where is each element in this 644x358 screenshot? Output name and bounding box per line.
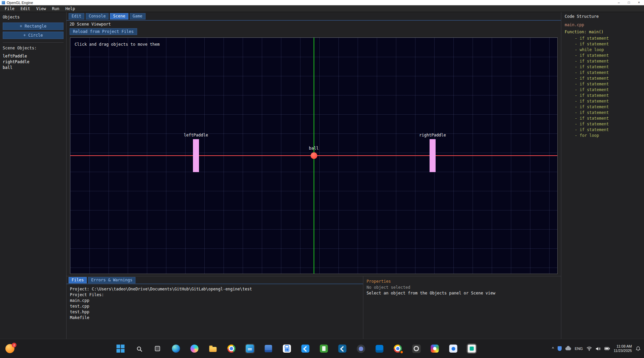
code-structure-item[interactable]: - for loop — [575, 133, 641, 138]
search-icon[interactable] — [134, 344, 144, 353]
viewport-title: 2D Scene Viewport — [67, 21, 561, 27]
task-view-icon[interactable] — [153, 344, 162, 353]
scene-viewport[interactable]: Click and drag objects to move them left… — [70, 37, 558, 274]
properties-hint: Select an object from the Objects panel … — [367, 290, 558, 296]
tab-edit[interactable]: Edit — [69, 13, 84, 19]
scene-object-item[interactable]: ball — [3, 65, 64, 71]
chrome-icon[interactable] — [227, 344, 236, 353]
menu-view[interactable]: View — [34, 6, 49, 11]
scene-object-item[interactable]: leftPaddle — [3, 53, 64, 59]
maximize-button[interactable]: □ — [624, 0, 634, 5]
code-structure-item[interactable]: - if statement — [575, 70, 641, 76]
project-file-item[interactable]: test.cpp — [70, 304, 360, 309]
visual-studio-icon[interactable] — [264, 344, 273, 353]
start-icon[interactable] — [116, 344, 125, 353]
reload-project-files-button[interactable]: Reload from Project Files — [70, 28, 137, 35]
left-paddle-label: leftPaddle — [184, 133, 208, 137]
code-structure-item[interactable]: - if statement — [575, 110, 641, 116]
widgets-weather-icon[interactable]: 2 — [5, 344, 14, 353]
bottom-panel: Files Errors & Warnings Project: C:\User… — [67, 276, 561, 339]
project-path: Project: C:\Users\tadeo\OneDrive\Documen… — [70, 286, 360, 292]
files-content: Project: C:\Users\tadeo\OneDrive\Documen… — [67, 284, 363, 323]
tab-scene[interactable]: Scene — [110, 13, 128, 19]
properties-title: Properties — [367, 279, 558, 284]
taskbar-clock[interactable]: 11:08 AM 11/23/2025 — [614, 344, 632, 353]
code-structure-title: Code Structure — [565, 14, 641, 19]
vscode-glyph — [301, 345, 310, 353]
file-explorer-icon[interactable] — [208, 344, 218, 353]
code-structure-item[interactable]: - if statement — [575, 36, 641, 41]
project-file-item[interactable]: test.hpp — [70, 309, 360, 315]
language-indicator[interactable]: ENG — [575, 347, 583, 351]
add-rectangle-button[interactable]: + Rectangle — [3, 23, 64, 30]
code-structure-item[interactable]: - if statement — [575, 41, 641, 47]
add-circle-button[interactable]: + Circle — [3, 32, 64, 39]
code-structure-item[interactable]: - while loop — [575, 47, 641, 53]
notepadpp-icon[interactable] — [319, 344, 329, 353]
windows-security-icon[interactable] — [558, 346, 562, 351]
edge-icon[interactable] — [171, 344, 181, 353]
code-structure-item[interactable]: - if statement — [575, 121, 641, 127]
paint-icon[interactable] — [449, 344, 458, 353]
code-structure-item[interactable]: - if statement — [575, 127, 641, 133]
notification-bell-icon[interactable] — [636, 346, 641, 351]
window-controls: – □ × — [614, 0, 644, 5]
tab-errors-warnings[interactable]: Errors & Warnings — [88, 277, 135, 283]
code-structure-item[interactable]: - if statement — [575, 87, 641, 93]
project-file-item[interactable]: Makefile — [70, 315, 360, 321]
onedrive-icon[interactable] — [565, 347, 571, 350]
windows-logo-icon — [117, 345, 125, 353]
clock-date: 11/23/2025 — [614, 349, 632, 353]
code-structure-item[interactable]: - if statement — [575, 98, 641, 104]
objects-panel-title: Objects — [3, 15, 64, 19]
code-structure-item[interactable]: - if statement — [575, 104, 641, 110]
discord-icon[interactable] — [356, 344, 366, 353]
scene-objects-list: leftPaddle rightPaddle ball — [3, 53, 64, 71]
menu-run[interactable]: Run — [49, 6, 62, 11]
code-structure-item[interactable]: - if statement — [575, 93, 641, 98]
code-structure-item[interactable]: - if statement — [575, 64, 641, 70]
scene-object-item[interactable]: rightPaddle — [3, 59, 64, 65]
settings-icon[interactable] — [412, 344, 421, 353]
photos-icon[interactable] — [430, 344, 440, 353]
tab-game[interactable]: Game — [130, 13, 146, 19]
ball-label: ball — [309, 146, 319, 151]
notification-badge: 2 — [12, 343, 16, 348]
snipping-tool-icon[interactable] — [467, 344, 477, 353]
code-structure-item[interactable]: - if statement — [575, 81, 641, 87]
close-button[interactable]: × — [634, 0, 644, 5]
opengl-engine-app-icon[interactable] — [245, 344, 255, 353]
menu-help[interactable]: Help — [63, 6, 78, 11]
code-structure-item[interactable]: - if statement — [575, 53, 641, 58]
left-paddle[interactable] — [193, 139, 199, 172]
code-structure-panel: Code Structure main.cpp Function: main()… — [561, 12, 644, 339]
remote-desktop-icon[interactable] — [375, 344, 384, 353]
tab-files[interactable]: Files — [69, 277, 87, 283]
vscode-icon[interactable] — [301, 344, 310, 353]
battery-icon[interactable] — [604, 347, 610, 351]
tab-console[interactable]: Console — [86, 13, 109, 19]
chrome-profile-icon[interactable] — [393, 344, 403, 353]
menu-file[interactable]: File — [2, 6, 17, 11]
paint-glyph — [449, 345, 457, 353]
folder-glyph — [209, 347, 217, 352]
code-structure-item[interactable]: - if statement — [575, 76, 641, 81]
photos-glyph — [431, 345, 439, 353]
vscode-insiders-icon[interactable] — [338, 344, 347, 353]
code-structure-function[interactable]: Function: main() — [565, 30, 641, 34]
window-title: OpenGL Engine — [7, 1, 33, 5]
menu-edit[interactable]: Edit — [18, 6, 33, 11]
wifi-icon[interactable] — [587, 347, 592, 351]
code-structure-item[interactable]: - if statement — [575, 116, 641, 121]
volume-icon[interactable] — [596, 347, 601, 351]
code-structure-file[interactable]: main.cpp — [565, 23, 641, 27]
copilot-icon[interactable] — [190, 344, 199, 353]
tray-chevron-icon[interactable]: ^ — [552, 346, 554, 351]
microsoft-store-icon[interactable] — [282, 344, 292, 353]
minimize-button[interactable]: – — [614, 0, 624, 5]
project-file-item[interactable]: main.cpp — [70, 298, 360, 304]
right-paddle[interactable] — [430, 139, 436, 172]
ball[interactable] — [311, 152, 317, 159]
profile-badge-icon — [400, 350, 404, 354]
code-structure-item[interactable]: - if statement — [575, 58, 641, 64]
